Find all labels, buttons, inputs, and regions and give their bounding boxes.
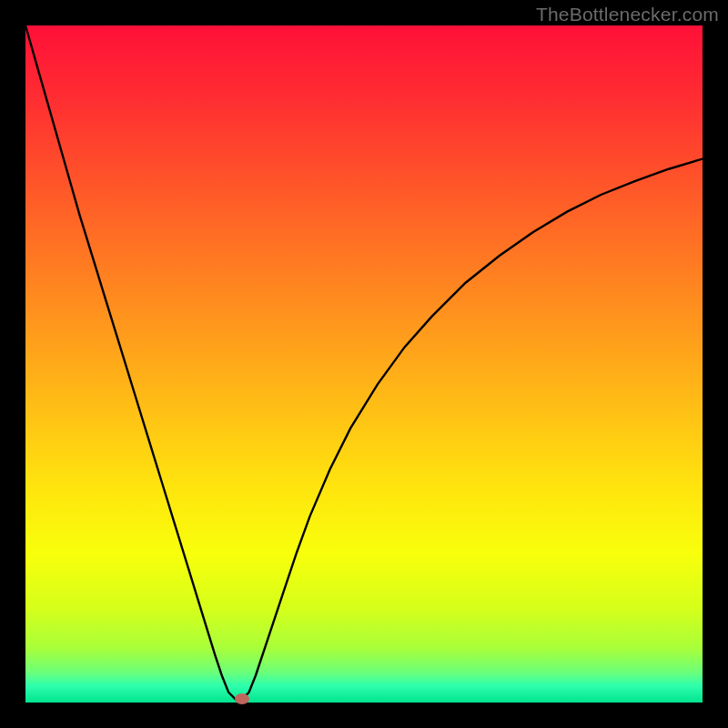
gradient-background bbox=[25, 25, 703, 703]
chart-frame: TheBottlenecker.com bbox=[0, 0, 728, 728]
bottleneck-chart bbox=[25, 25, 703, 703]
plot-area bbox=[25, 25, 703, 703]
minimum-marker-icon bbox=[235, 693, 249, 704]
attribution-text: TheBottlenecker.com bbox=[536, 4, 719, 25]
